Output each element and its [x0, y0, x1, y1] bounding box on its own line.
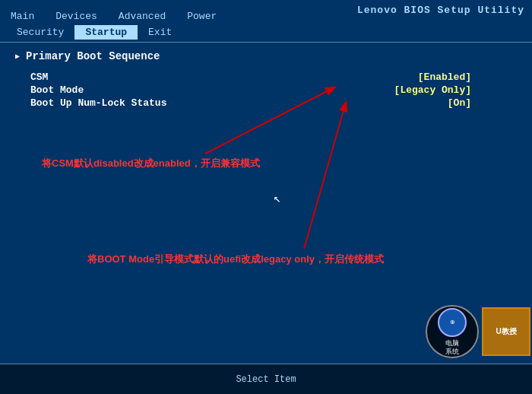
menu-item-security[interactable]: Security [6, 25, 74, 40]
setting-row-numlock: Boot Up Num-Lock Status [On] [30, 97, 517, 109]
setting-name-csm: CSM [30, 71, 48, 83]
setting-value-bootmode: [Legacy Only] [394, 84, 471, 96]
bottom-bar: Select Item [0, 364, 532, 394]
setting-name-bootmode: Boot Mode [30, 84, 84, 96]
setting-value-numlock: [On] [448, 97, 471, 109]
setting-name-numlock: Boot Up Num-Lock Status [30, 97, 166, 109]
settings-list: CSM [Enabled] Boot Mode [Legacy Only] Bo… [30, 71, 517, 109]
bios-title: Lenovo BIOS Setup Utility [357, 5, 524, 16]
watermark-text-1: 电脑系统 [445, 339, 459, 356]
menu-item-startup[interactable]: Startup [74, 25, 138, 40]
menu-bar-bottom: Security Startup Exit [0, 23, 532, 43]
section-title: Primary Boot Sequence [15, 50, 517, 62]
watermark-rect-text: U教授 [496, 326, 516, 337]
watermark-area: ⊕ 电脑系统 U教授 [426, 301, 532, 362]
bios-screen: Main Devices Advanced Power Lenovo BIOS … [0, 0, 532, 394]
setting-row-csm: CSM [Enabled] [30, 71, 517, 83]
bottom-label-select: Select Item [236, 374, 296, 385]
setting-row-bootmode: Boot Mode [Legacy Only] [30, 84, 517, 96]
watermark-circle: ⊕ 电脑系统 [426, 305, 479, 358]
watermark-rect: U教授 [482, 307, 530, 356]
setting-value-csm: [Enabled] [418, 71, 471, 83]
menu-item-exit[interactable]: Exit [138, 25, 182, 40]
